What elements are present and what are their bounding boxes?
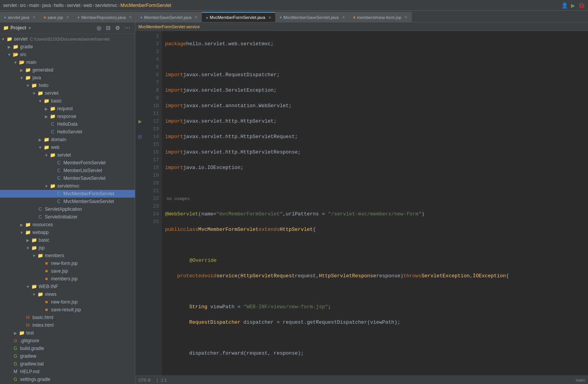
code-editor[interactable]: package hello.servlet.web.servletmvc; im… bbox=[162, 31, 588, 375]
tab-save-jsp[interactable]: ■ save.jsp ✕ bbox=[40, 12, 73, 22]
main-folder-icon: 📂 bbox=[19, 60, 25, 65]
sidebar-collapse-btn[interactable]: ⊟ bbox=[104, 24, 112, 32]
gutter-cell-3 bbox=[135, 48, 145, 56]
code-line-16 bbox=[165, 288, 588, 295]
breadcrumb-src[interactable]: src bbox=[20, 3, 26, 8]
tree-item-members-dir[interactable]: ▼ 📁 members bbox=[0, 252, 135, 259]
tree-item-HELP-md[interactable]: ▶ M HELP.md bbox=[0, 368, 135, 375]
tree-item-basic-web[interactable]: ▶ 📁 basic bbox=[0, 236, 135, 244]
tree-item-MemberListServlet[interactable]: ▶ C MemberListServlet bbox=[0, 167, 135, 174]
gutter-cell-12[interactable]: ▶ bbox=[135, 118, 145, 125]
breadcrumb-main[interactable]: main bbox=[29, 3, 39, 8]
tree-item-HelloData[interactable]: ▶ C HelloData bbox=[0, 120, 135, 128]
tree-item-hello[interactable]: ▼ 📁 hello bbox=[0, 82, 135, 89]
breadcrumb-servletmvc[interactable]: servletmvc bbox=[95, 3, 117, 8]
tree-item-MemberSaveServlet[interactable]: ▶ C MemberSaveServlet bbox=[0, 174, 135, 182]
run-icon[interactable]: ▶ bbox=[571, 2, 575, 9]
tab-member-save-servlet[interactable]: ● MemberSaveServlet.java ✕ bbox=[136, 12, 202, 22]
tree-item-HelloServlet[interactable]: ▶ C HelloServlet bbox=[0, 128, 135, 136]
dropdown-arrow-icon[interactable]: ▾ bbox=[29, 26, 31, 30]
tree-label: ServletApplication bbox=[45, 207, 82, 212]
top-breadcrumb-bar: servlet › src › main › java › hello › se… bbox=[0, 0, 588, 11]
tree-item-members-jsp[interactable]: ▶ ■ members.jsp bbox=[0, 275, 135, 283]
breadcrumb-servlet[interactable]: servlet bbox=[3, 3, 17, 8]
tree-item-resources[interactable]: ▶ 📁 resources bbox=[0, 221, 135, 229]
tree-item-new-form-jsp[interactable]: ▶ ■ new-form.jsp bbox=[0, 259, 135, 267]
tree-item-servlet-root[interactable]: ▼ 📁 servlet C:\Users\82103\Documents\ser… bbox=[0, 35, 135, 43]
tab-close-btn[interactable]: ✕ bbox=[194, 15, 198, 19]
gradle-icon: G bbox=[12, 377, 19, 382]
tree-item-main[interactable]: ▼ 📂 main bbox=[0, 58, 135, 66]
sidebar-locate-btn[interactable]: ◎ bbox=[95, 24, 103, 32]
tree-item-views[interactable]: ▼ 📁 views bbox=[0, 290, 135, 298]
line-num-7: 7 bbox=[145, 79, 159, 87]
tree-item-WEB-INF[interactable]: ▼ 📁 WEB-INF bbox=[0, 283, 135, 290]
sidebar-settings-btn[interactable]: ⚙ bbox=[114, 24, 122, 32]
tree-item-domain[interactable]: ▶ 📁 domain bbox=[0, 136, 135, 143]
tree-item-settings-gradle[interactable]: ▶ G settings.gradle bbox=[0, 375, 135, 383]
folder-icon: 📁 bbox=[3, 25, 9, 31]
tree-item-jsp[interactable]: ▼ 📁 jsp bbox=[0, 244, 135, 252]
tab-servlet-java[interactable]: ● servlet.java ✕ bbox=[0, 12, 40, 22]
tree-item-MemberFormServlet[interactable]: ▶ C MemberFormServlet bbox=[0, 159, 135, 167]
tree-item-servlet-pkg[interactable]: ▼ 📁 servlet bbox=[0, 89, 135, 97]
tree-item-gradlew[interactable]: ▶ G gradlew bbox=[0, 352, 135, 360]
tree-item-servletmvc[interactable]: ▼ 📁 servletmvc bbox=[0, 182, 135, 190]
avatar-icon[interactable]: 👤 bbox=[561, 2, 568, 9]
sidebar-more-btn[interactable]: ⋯ bbox=[123, 24, 132, 32]
tree-item-gradlew-bat[interactable]: ▶ G gradlew.bat bbox=[0, 360, 135, 368]
tree-item-gitignore[interactable]: ▶ ⊙ .gitignore bbox=[0, 337, 135, 345]
java-class-icon: C bbox=[49, 121, 56, 127]
tree-item-request[interactable]: ▶ 📁 request bbox=[0, 105, 135, 113]
tab-close-btn[interactable]: ✕ bbox=[129, 15, 132, 19]
tree-item-build-gradle[interactable]: ▶ G build.gradle bbox=[0, 345, 135, 352]
tree-item-webapp[interactable]: ▼ 📁 webapp bbox=[0, 229, 135, 236]
sidebar: 📁 Project ▾ ◎ ⊟ ⚙ ⋯ ▼ 📁 servlet C:\Users… bbox=[0, 22, 135, 384]
tree-arrow: ▼ bbox=[37, 99, 43, 103]
tree-label: MvcMemberSaveServlet bbox=[63, 199, 114, 204]
breadcrumb-servlet2[interactable]: servlet bbox=[67, 3, 80, 8]
line-num-2: 2 bbox=[145, 40, 159, 48]
tree-item-ServletApplication[interactable]: ▶ C ServletApplication bbox=[0, 205, 135, 213]
tree-item-src[interactable]: ▼ 📂 src bbox=[0, 51, 135, 58]
tree-item-basic-pkg[interactable]: ▼ 📁 basic bbox=[0, 97, 135, 105]
tree-label: members.jsp bbox=[51, 276, 78, 282]
tree-item-save-jsp[interactable]: ▶ ■ save.jsp bbox=[0, 267, 135, 275]
tab-icon-java: ● bbox=[4, 15, 6, 19]
tree-item-ServletInitializer[interactable]: ▶ C ServletInitializer bbox=[0, 213, 135, 221]
tree-item-MvcMemberFormServlet[interactable]: ▶ C MvcMemberFormServlet bbox=[0, 190, 135, 198]
tree-item-web[interactable]: ▼ 📁 web bbox=[0, 143, 135, 151]
folder-icon: 📁 bbox=[25, 75, 31, 80]
debug-icon[interactable]: 🐞 bbox=[578, 2, 585, 9]
tree-label: basic bbox=[39, 237, 49, 243]
tree-item-response[interactable]: ▶ 📁 response bbox=[0, 113, 135, 120]
gutter-cell-2 bbox=[135, 40, 145, 48]
breadcrumb-web[interactable]: web bbox=[84, 3, 92, 8]
tree-item-test[interactable]: ▶ 📁 test bbox=[0, 329, 135, 337]
tab-close-btn[interactable]: ✕ bbox=[404, 15, 407, 19]
tab-close-btn[interactable]: ✕ bbox=[32, 15, 36, 19]
breadcrumb-java[interactable]: java bbox=[42, 3, 51, 8]
code-line-14: @Override bbox=[165, 257, 588, 265]
tree-item-servlet-web[interactable]: ▼ 📁 servlet bbox=[0, 151, 135, 159]
tree-item-generated[interactable]: ▶ 📁 generated bbox=[0, 66, 135, 74]
gutter-cell-9 bbox=[135, 94, 145, 102]
breadcrumb-hello[interactable]: hello bbox=[54, 3, 63, 8]
tree-item-MvcMemberSaveServlet[interactable]: ▶ C MvcMemberSaveServlet bbox=[0, 198, 135, 205]
tree-item-java[interactable]: ▼ 📁 java bbox=[0, 74, 135, 82]
tab-close-btn[interactable]: ✕ bbox=[66, 15, 69, 19]
tree-item-new-form-views[interactable]: ▶ ■ new-form.jsp bbox=[0, 298, 135, 306]
tab-close-btn[interactable]: ✕ bbox=[268, 15, 271, 20]
gradle-icon: G bbox=[12, 346, 19, 351]
tab-members-new-form-jsp[interactable]: ■ members#new-form.jsp ✕ bbox=[349, 12, 412, 22]
tree-item-gradle[interactable]: ▶ 📁 gradle bbox=[0, 43, 135, 51]
tab-member-repo[interactable]: ● MemberRepository.java ✕ bbox=[73, 12, 136, 22]
gutter-cell-14[interactable]: @ bbox=[135, 133, 145, 141]
tab-mvc-member-form-servlet[interactable]: ● MvcMemberFormServlet.java ✕ bbox=[202, 12, 276, 22]
tree-item-basic-html[interactable]: ▶ H basic.html bbox=[0, 314, 135, 321]
tab-close-btn[interactable]: ✕ bbox=[342, 15, 345, 19]
tree-item-save-result-jsp[interactable]: ▶ ■ save-result.jsp bbox=[0, 306, 135, 314]
tree-item-index-html[interactable]: ▶ H index.html bbox=[0, 321, 135, 329]
tree-label: gradlew bbox=[20, 353, 36, 359]
tab-mvc-member-save-servlet[interactable]: ● MvcMemberSaveServlet.java ✕ bbox=[276, 12, 349, 22]
